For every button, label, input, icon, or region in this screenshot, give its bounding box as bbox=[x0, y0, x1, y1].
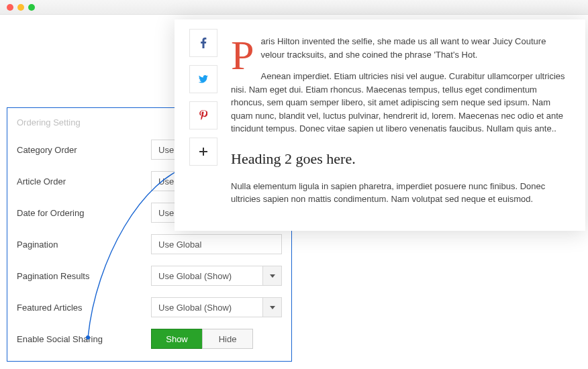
heading-2: Heading 2 goes here. bbox=[231, 150, 565, 168]
more-share-button[interactable] bbox=[189, 138, 217, 166]
social-sharing-toggle: Show Hide bbox=[151, 329, 253, 349]
body-paragraph: Aenean imperdiet. Etiam ultricies nisi v… bbox=[231, 70, 565, 136]
show-button[interactable]: Show bbox=[151, 329, 202, 349]
minimize-icon[interactable] bbox=[17, 4, 24, 11]
chevron-down-icon[interactable] bbox=[262, 298, 281, 317]
chevron-down-icon[interactable] bbox=[262, 266, 281, 285]
select-value: Use Global bbox=[158, 240, 201, 250]
twitter-button[interactable] bbox=[189, 65, 217, 93]
intro-text: aris Hilton invented the selfie, she mad… bbox=[260, 36, 546, 60]
social-share-column bbox=[175, 26, 217, 215]
window-chrome bbox=[0, 0, 588, 15]
featured-articles-select[interactable]: Use Global (Show) bbox=[151, 297, 282, 317]
twitter-icon bbox=[199, 75, 208, 83]
pagination-label: Pagination bbox=[17, 240, 151, 250]
featured-articles-label: Featured Articles bbox=[17, 303, 151, 313]
article-preview: Paris Hilton invented the selfie, she ma… bbox=[175, 19, 585, 231]
date-ordering-label: Date for Ordering bbox=[17, 208, 151, 218]
maximize-icon[interactable] bbox=[28, 4, 35, 11]
dropcap: P bbox=[231, 35, 260, 73]
article-content: Paris Hilton invented the selfie, she ma… bbox=[231, 26, 565, 215]
hide-button[interactable]: Hide bbox=[202, 329, 253, 349]
pagination-results-label: Pagination Results bbox=[17, 271, 151, 281]
pagination-results-select[interactable]: Use Global (Show) bbox=[151, 266, 282, 286]
pinterest-button[interactable] bbox=[189, 101, 217, 129]
select-value: Use Global (Show) bbox=[152, 303, 262, 313]
close-icon[interactable] bbox=[7, 4, 13, 11]
intro-paragraph: Paris Hilton invented the selfie, she ma… bbox=[231, 35, 565, 61]
pagination-select[interactable]: Use Global bbox=[151, 234, 282, 254]
pinterest-icon bbox=[199, 110, 207, 121]
body-paragraph-2: Nulla elementum ligula in sapien pharetr… bbox=[231, 180, 565, 206]
social-sharing-label: Enable Social Sharing bbox=[17, 334, 151, 344]
facebook-button[interactable] bbox=[189, 29, 217, 57]
facebook-icon bbox=[200, 38, 207, 48]
article-order-label: Article Order bbox=[17, 176, 151, 187]
category-order-label: Category Order bbox=[17, 145, 151, 155]
select-value: Use Global (Show) bbox=[152, 271, 262, 281]
plus-icon bbox=[199, 148, 207, 156]
